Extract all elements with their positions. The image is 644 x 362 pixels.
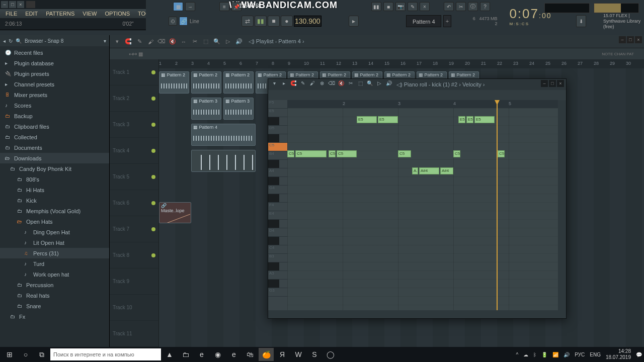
browser-item[interactable]: 🗀Real hats <box>0 290 109 301</box>
piano-key[interactable] <box>268 134 287 143</box>
cut-icon[interactable]: ✂ <box>456 2 466 11</box>
piano-key[interactable]: G3 <box>268 288 287 297</box>
note-a4[interactable]: A#4 <box>440 167 453 174</box>
browser-item[interactable]: 🗀Percussion <box>0 280 109 290</box>
track-header[interactable]: Track 5 <box>110 164 158 190</box>
rec-close-icon[interactable]: × <box>420 2 430 11</box>
pr-close[interactable]: × <box>557 80 564 87</box>
pl-slip-icon[interactable]: ↔ <box>179 37 188 46</box>
pr-menu-icon[interactable]: ▾ <box>270 80 278 88</box>
app-edge-icon[interactable]: e <box>194 348 209 361</box>
piano-key[interactable] <box>268 177 287 186</box>
info-icon[interactable]: ⓘ <box>468 2 478 11</box>
app-yandex-icon[interactable]: Я <box>275 348 290 361</box>
piano-key[interactable]: E5 <box>268 109 287 117</box>
cortana-icon[interactable]: ○ <box>18 348 33 361</box>
pattern-song-toggle[interactable]: ⇄ <box>242 16 254 27</box>
piano-key[interactable] <box>268 117 287 126</box>
piano-key[interactable]: A3 <box>268 271 287 280</box>
play-pattern-icon[interactable]: ▸ <box>349 16 359 27</box>
track-header[interactable]: Track 8 <box>110 242 158 268</box>
piano-key[interactable]: B4 <box>268 151 287 160</box>
clip-pattern2[interactable]: ▦ Pattern 2 <box>223 71 254 94</box>
browser-item[interactable]: 🗀808's <box>0 174 109 185</box>
browser-item[interactable]: 🗀Memphis (Vocal Gold) <box>0 206 109 216</box>
view-piano-icon[interactable]: → <box>185 2 195 11</box>
pr-playback-icon[interactable]: ▷ <box>375 80 383 88</box>
tray-bt-icon[interactable]: ᛒ <box>533 352 536 357</box>
pl-draw-icon[interactable]: ✎ <box>135 37 144 46</box>
pl-select-icon[interactable]: ⬚ <box>201 37 210 46</box>
pr-slice-icon[interactable]: ✂ <box>347 80 355 88</box>
app-skype-icon[interactable]: S <box>307 348 322 361</box>
pr-zoom-icon[interactable]: 🔍 <box>366 80 374 88</box>
note-c5[interactable]: C5 <box>287 150 294 157</box>
browser-item[interactable]: 🗀Snare <box>0 301 109 311</box>
app-explorer-icon[interactable]: 🗀 <box>178 348 193 361</box>
browser-item[interactable]: 🔌Plugin presets <box>0 68 109 79</box>
clip-pattern3b[interactable]: ▦ Pattern 3 <box>223 98 254 120</box>
taskbar-search[interactable]: Поиск в интернете и на компью <box>50 348 161 360</box>
play-button[interactable]: ▮▮ <box>255 16 267 27</box>
clip-pattern2[interactable]: ▦ Pattern 2 <box>191 71 221 94</box>
app-word-icon[interactable]: W <box>291 348 306 361</box>
tray-volume-icon[interactable]: 🔊 <box>564 352 570 357</box>
pl-erase-icon[interactable]: ⌫ <box>157 37 166 46</box>
browser-item[interactable]: ♪Lit Open Hat <box>0 237 109 248</box>
taskview-icon[interactable]: ⧉ <box>34 348 49 361</box>
tray-clock[interactable]: 14:2818.07.2019 <box>606 348 631 360</box>
note-c5[interactable]: C5 <box>453 150 460 157</box>
window-close[interactable]: × <box>17 1 24 8</box>
collapse-icon[interactable]: ◂ <box>3 38 6 44</box>
piano-key[interactable]: C5 <box>268 143 287 151</box>
rec-pause-icon[interactable]: ▮▮ <box>371 2 381 11</box>
browser-item[interactable]: 🗀Documents <box>0 142 109 153</box>
browser-item[interactable]: 🎚Mixer presets <box>0 89 109 100</box>
piano-key[interactable] <box>268 220 287 228</box>
piano-key[interactable] <box>268 160 287 168</box>
piano-key[interactable]: D4 <box>268 228 287 237</box>
note-c5[interactable]: C5 <box>398 150 411 157</box>
track-header[interactable]: Track 1 <box>110 59 158 85</box>
track-header[interactable]: Track 10 <box>110 295 158 321</box>
pl-brush-icon[interactable]: 🖌 <box>146 37 155 46</box>
tray-battery-icon[interactable]: 🔋 <box>541 352 547 357</box>
track-header[interactable]: Track 6 <box>110 190 158 216</box>
browser-item[interactable]: 🗀Backup <box>0 111 109 121</box>
tray-notifications-icon[interactable]: 💬 <box>636 352 642 357</box>
pr-brush-icon[interactable]: 🖌 <box>308 80 316 88</box>
pr-select-icon[interactable]: ⬚ <box>356 80 364 88</box>
menu-file[interactable]: FILE <box>2 11 21 17</box>
note-c5[interactable]: C5 <box>498 150 505 157</box>
pr-play-icon[interactable]: ▸ <box>280 80 288 88</box>
browser-item[interactable]: 🗀Fx <box>0 311 109 322</box>
search-icon[interactable]: 🔍 <box>16 38 22 44</box>
menu-options[interactable]: OPTIONS <box>101 11 133 17</box>
download-icon[interactable]: ⬇ <box>576 15 586 27</box>
pl-magnet-icon[interactable]: 🧲 <box>124 37 133 46</box>
note-e5[interactable]: E5 <box>357 116 377 123</box>
browser-menu-icon[interactable]: ▾ <box>104 38 106 44</box>
add-pattern-button[interactable]: + <box>443 15 451 27</box>
clip-pattern2[interactable]: ▦ Pattern 2 <box>159 71 189 94</box>
pr-maximize[interactable]: □ <box>549 80 556 87</box>
rec-stop-icon[interactable]: ■ <box>383 2 393 11</box>
note-c5[interactable]: C5 <box>329 150 336 157</box>
window-minimize[interactable]: – <box>1 1 8 8</box>
track-header[interactable]: Track 9 <box>110 268 158 295</box>
pl-speaker-icon[interactable]: 🔊 <box>234 37 244 46</box>
pl-play-icon[interactable]: ▷ <box>223 37 232 46</box>
track-header[interactable]: Track 11 <box>110 321 158 347</box>
note-c5[interactable]: C5 <box>337 150 357 157</box>
playlist-ruler[interactable]: 1234567891011121314151617181920212223242… <box>159 59 644 68</box>
metronome-icon[interactable]: ⏲ <box>169 17 177 26</box>
app-bandicam-icon[interactable]: ◯ <box>323 348 338 361</box>
track-header[interactable]: Track 3 <box>110 112 158 138</box>
pl-slice-icon[interactable]: ✂ <box>190 37 199 46</box>
app-vlc-icon[interactable]: ▲ <box>162 348 177 361</box>
menu-icon[interactable]: ≡ <box>219 2 229 11</box>
rec-draw-icon[interactable]: ✎ <box>408 2 418 11</box>
pr-mute-icon[interactable]: 🔇 <box>337 80 345 88</box>
browser-item[interactable]: 🗀Kick <box>0 195 109 206</box>
menu-edit[interactable]: EDIT <box>22 11 41 17</box>
